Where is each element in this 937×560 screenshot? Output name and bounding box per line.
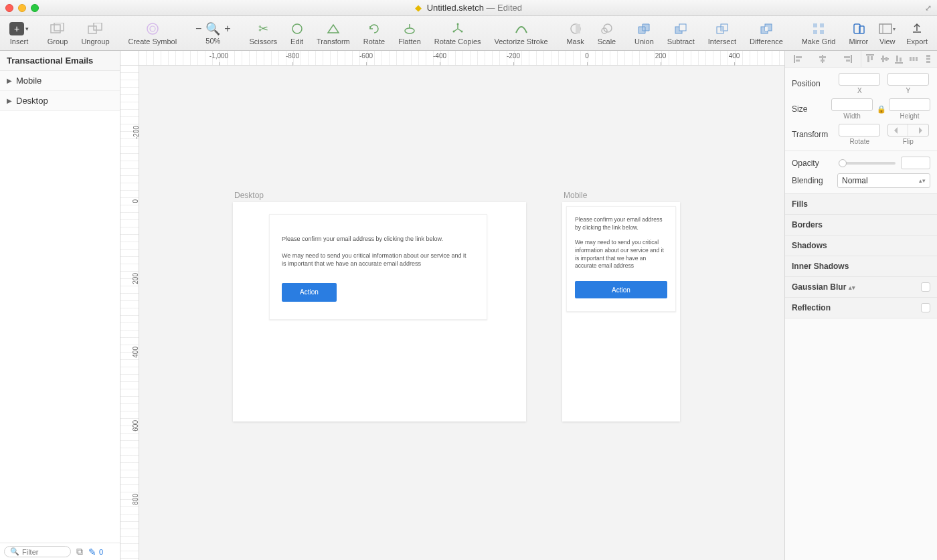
mask-button[interactable]: Mask — [561, 17, 589, 50]
gaussian-blur-checkbox[interactable] — [921, 282, 930, 292]
mask-icon — [570, 21, 582, 37]
artboard-desktop[interactable]: Please confirm your email address by cli… — [233, 202, 526, 422]
ungroup-button[interactable]: Ungroup — [76, 17, 114, 50]
desktop-action-button[interactable]: Action — [282, 283, 337, 302]
opacity-input[interactable] — [901, 157, 930, 169]
svg-rect-50 — [913, 57, 915, 61]
svg-rect-53 — [926, 58, 930, 60]
distribute-h-icon[interactable] — [908, 54, 919, 64]
subtract-button[interactable]: Subtract — [662, 17, 700, 50]
canvas-area[interactable]: -1,000 -800 -600 -400 -200 0 200 400 -20… — [120, 51, 784, 560]
lock-aspect-icon[interactable]: 🔒 — [877, 105, 885, 114]
slice-icon[interactable]: ✎ — [88, 547, 96, 557]
page-title[interactable]: Transactional Emails — [0, 51, 120, 71]
align-top-icon[interactable] — [865, 54, 875, 64]
sidebar-item-mobile[interactable]: ▶ Mobile — [0, 71, 120, 91]
mobile-action-button[interactable]: Action — [575, 281, 667, 298]
union-icon — [637, 21, 651, 37]
fullscreen-icon[interactable]: ⤢ — [925, 3, 932, 13]
svg-rect-33 — [796, 60, 800, 62]
edited-suffix: — Edited — [484, 3, 522, 13]
position-x-input[interactable] — [839, 73, 880, 86]
ruler-h-tick: 400 — [729, 52, 740, 60]
difference-label: Difference — [750, 37, 783, 45]
vectorize-stroke-button[interactable]: Vectorize Stroke — [489, 17, 553, 50]
symbol-icon — [146, 21, 159, 37]
create-symbol-button[interactable]: Create Symbol — [122, 17, 182, 50]
geometry-section: Position X Y Size Width 🔒 Height Transfo… — [785, 68, 937, 151]
rotate-icon — [368, 21, 380, 37]
sidebar-item-desktop[interactable]: ▶ Desktop — [0, 91, 120, 111]
height-sublabel: Height — [900, 112, 920, 120]
shadows-header[interactable]: Shadows — [785, 236, 937, 256]
minimize-window-button[interactable] — [18, 4, 26, 12]
flip-vertical-button[interactable] — [908, 124, 928, 136]
artboard-label-desktop[interactable]: Desktop — [234, 191, 264, 200]
align-vcenter-icon[interactable] — [879, 54, 890, 64]
flatten-button[interactable]: Flatten — [393, 17, 426, 50]
reflection-header[interactable]: Reflection — [785, 298, 937, 318]
difference-button[interactable]: Difference — [744, 17, 788, 50]
align-hcenter-icon[interactable] — [817, 54, 828, 64]
rotate-button[interactable]: Rotate — [358, 17, 390, 50]
ruler-h-tick: -400 — [433, 52, 446, 60]
close-window-button[interactable] — [5, 4, 13, 12]
borders-header[interactable]: Borders — [785, 215, 937, 236]
group-icon — [50, 21, 65, 37]
opacity-label: Opacity — [792, 159, 833, 168]
position-y-input[interactable] — [887, 73, 929, 86]
layers-sidebar: Transactional Emails ▶ Mobile ▶ Desktop … — [0, 51, 120, 560]
sidebar-footer: 🔍 Filter ⧉ ✎ 0 — [0, 543, 120, 560]
zoom-out-icon[interactable]: − — [195, 23, 201, 35]
filter-input[interactable]: 🔍 Filter — [4, 546, 71, 557]
blending-select[interactable]: Normal ▴▾ — [837, 173, 930, 188]
window-controls — [5, 4, 39, 12]
rotate-input[interactable] — [839, 124, 880, 136]
width-input[interactable] — [831, 98, 873, 111]
view-button[interactable]: ▾View — [873, 17, 901, 50]
align-left-icon[interactable] — [793, 54, 804, 64]
canvas[interactable]: Desktop Please confirm your email addres… — [139, 66, 784, 560]
svg-rect-12 — [576, 24, 580, 33]
export-button[interactable]: Export — [901, 17, 933, 50]
ruler-h-tick: -800 — [286, 52, 299, 60]
svg-rect-45 — [885, 57, 887, 61]
align-right-icon[interactable] — [842, 54, 853, 64]
union-button[interactable]: Union — [629, 17, 659, 50]
mobile-line1: Please confirm your email address by cli… — [575, 216, 667, 232]
svg-rect-51 — [916, 57, 918, 61]
export-icon — [912, 21, 922, 37]
zoom-window-button[interactable] — [31, 4, 39, 12]
rotate-copies-button[interactable]: Rotate Copies — [429, 17, 487, 50]
artboard-label-mobile[interactable]: Mobile — [564, 191, 587, 200]
zoom-control[interactable]: − 🔍 + 50% — [190, 21, 236, 45]
artboard-mobile[interactable]: Please confirm your email address by cli… — [562, 202, 680, 422]
y-sublabel: Y — [906, 87, 910, 94]
edit-button[interactable]: Edit — [285, 17, 309, 50]
mirror-button[interactable]: Mirror — [843, 17, 873, 50]
fills-header[interactable]: Fills — [785, 194, 937, 215]
insert-button[interactable]: +▾ Insert — [4, 17, 34, 50]
svg-rect-26 — [820, 30, 824, 34]
gaussian-blur-header[interactable]: Gaussian Blur▴▾ — [785, 277, 937, 298]
scale-button[interactable]: Scale — [592, 17, 622, 50]
align-bottom-icon[interactable] — [893, 54, 904, 64]
zoom-in-icon[interactable]: + — [224, 23, 230, 35]
distribute-v-icon[interactable] — [923, 54, 934, 64]
opacity-slider[interactable] — [839, 162, 896, 165]
scale-icon — [600, 21, 612, 37]
position-label: Position — [792, 79, 833, 88]
chevron-updown-icon: ▴▾ — [919, 177, 926, 184]
reflection-checkbox[interactable] — [921, 303, 930, 312]
make-grid-button[interactable]: Make Grid — [796, 17, 841, 50]
intersect-button[interactable]: Intersect — [703, 17, 742, 50]
inspector-panel: Position X Y Size Width 🔒 Height Transfo… — [784, 51, 937, 560]
flip-horizontal-button[interactable] — [888, 124, 908, 136]
scissors-button[interactable]: ✂Scissors — [244, 17, 282, 50]
height-input[interactable] — [889, 98, 930, 111]
inner-shadows-header[interactable]: Inner Shadows — [785, 256, 937, 277]
transform-button[interactable]: Transform — [311, 17, 355, 50]
pages-icon[interactable]: ⧉ — [76, 546, 83, 557]
group-button[interactable]: Group — [42, 17, 74, 50]
grid-icon — [813, 21, 825, 37]
